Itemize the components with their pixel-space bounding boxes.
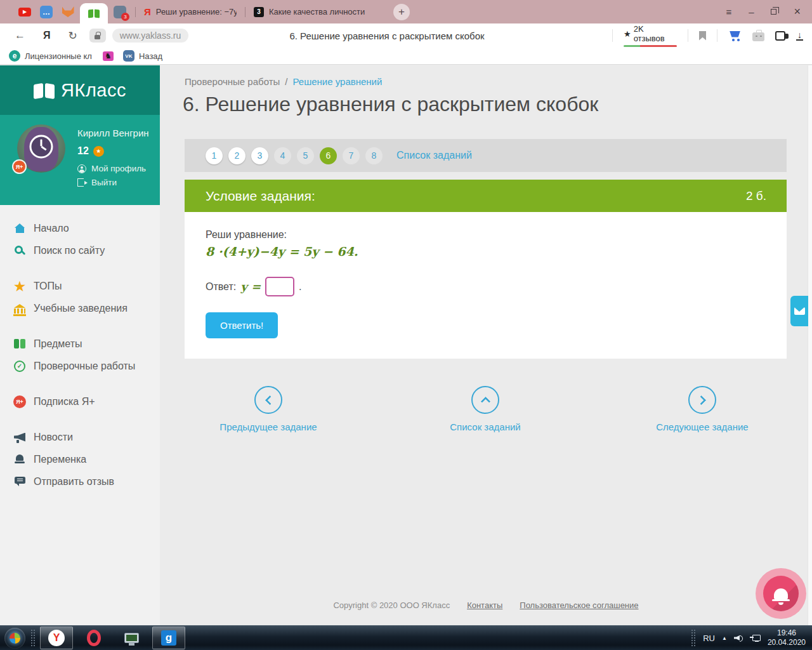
clock-icon: [30, 135, 53, 158]
site-security-button[interactable]: [89, 29, 106, 43]
task-number-1[interactable]: 1: [206, 147, 223, 164]
new-tab-button[interactable]: +: [393, 4, 410, 20]
bookmark-license[interactable]: е Лицензионные кл: [9, 50, 92, 62]
logout-label: Выйти: [91, 178, 117, 187]
sidebar-item-home[interactable]: Начало: [0, 217, 160, 239]
sidebar-item-subscription[interactable]: Подписка Я+: [0, 390, 160, 413]
avatar[interactable]: Я+: [17, 124, 65, 173]
tab-znania[interactable]: 3 Какие качества личности: [250, 0, 383, 23]
page-heading: 6. Решение уравнения с раскрытием скобок: [183, 93, 598, 116]
downloads-icon[interactable]: ↓: [796, 30, 803, 41]
task-number-4[interactable]: 4: [274, 147, 291, 164]
tab-title: Какие качества личности: [269, 7, 365, 17]
speaker-icon[interactable]: [734, 634, 743, 642]
start-button[interactable]: [4, 628, 25, 649]
profile-section: Я+ Кирилл Венгрин 12 ★ Мой профиль Выйти: [0, 115, 160, 205]
yaklass-logo[interactable]: ЯКласс: [0, 65, 160, 115]
cart-icon[interactable]: [728, 30, 742, 41]
next-task-label: Следующее задание: [656, 421, 748, 432]
maximize-button[interactable]: [771, 9, 776, 15]
address-bar[interactable]: www.yaklass.ru: [112, 29, 188, 43]
fox-icon: [62, 6, 74, 17]
sidebar-item-tops[interactable]: ★ТОПы: [0, 275, 160, 297]
task-list-button[interactable]: Список заданий: [377, 386, 594, 432]
next-task-button[interactable]: Следующее задание: [594, 386, 811, 432]
sidebar: ЯКласс Я+ Кирилл Венгрин 12 ★ Мой профил…: [0, 65, 160, 625]
sidebar-item-subjects[interactable]: Предметы: [0, 333, 160, 355]
minimize-button[interactable]: –: [749, 7, 754, 17]
star-icon: ★: [13, 279, 27, 293]
task-number-3[interactable]: 3: [251, 147, 268, 164]
pinned-tab-fox[interactable]: [60, 4, 76, 20]
task-number-2[interactable]: 2: [228, 147, 246, 164]
windows-taskbar: Y g RU ▲ 19:46 20.04.2020: [0, 625, 812, 650]
points-badge: 2 б.: [746, 189, 766, 203]
submit-answer-button[interactable]: Ответить!: [206, 312, 278, 338]
my-profile-link[interactable]: Мой профиль: [77, 164, 149, 173]
task-list-link[interactable]: Список заданий: [396, 150, 472, 161]
back-button[interactable]: ←: [9, 29, 31, 42]
scrollbar-track[interactable]: [808, 65, 812, 625]
feedback-envelope-tab[interactable]: [790, 296, 808, 326]
language-indicator[interactable]: RU: [703, 633, 715, 643]
yandex-home-button[interactable]: Я: [37, 30, 56, 41]
sidebar-item-break[interactable]: Переменка: [0, 448, 160, 470]
pinned-tab-yaklass-active[interactable]: [80, 3, 108, 23]
opera-icon: [87, 630, 101, 646]
refresh-button[interactable]: ↻: [63, 29, 83, 43]
collections-icon[interactable]: [775, 31, 785, 41]
sidebar-item-news[interactable]: Новости: [0, 426, 160, 448]
condition-title: Условие задания:: [206, 189, 315, 204]
answer-input[interactable]: [265, 277, 294, 296]
browser-tab-strip: ▶ … 3 Я Реши уравнение: −7у−22 3 Какие к…: [0, 0, 812, 23]
taskbar-yandex-browser[interactable]: Y: [40, 627, 73, 649]
bookmark-cat[interactable]: ♞: [103, 51, 114, 61]
divider: [612, 29, 613, 42]
chevron-up-icon[interactable]: [471, 386, 499, 414]
pinned-tab-notifications[interactable]: 3: [112, 4, 128, 20]
rating-label: 2K отзывов: [634, 24, 677, 43]
close-button[interactable]: ×: [794, 7, 801, 17]
sidebar-item-institutions[interactable]: Учебные заведения: [0, 297, 160, 319]
breadcrumb-current[interactable]: Решение уравнений: [292, 76, 382, 87]
contacts-link[interactable]: Контакты: [467, 600, 502, 610]
bookmark-label: Назад: [139, 51, 162, 61]
profile-level: 12: [77, 145, 89, 157]
protect-icon[interactable]: [752, 32, 764, 41]
network-icon[interactable]: [750, 633, 761, 642]
task-number-6-active[interactable]: 6: [320, 147, 337, 164]
task-number-7[interactable]: 7: [343, 147, 360, 164]
windows-logo-icon: [10, 633, 20, 644]
bookmark-vk-back[interactable]: VK Назад: [119, 50, 162, 62]
tab-yandex-search[interactable]: Я Реши уравнение: −7у−22: [140, 0, 240, 23]
taskbar-opera[interactable]: [77, 627, 110, 649]
agreement-link[interactable]: Пользовательское соглашение: [520, 600, 638, 610]
task-prompt: Реши уравнение:: [206, 229, 766, 241]
notification-badge: 3: [121, 13, 129, 21]
sidebar-menu: Начало Поиск по сайту ★ТОПы Учебные заве…: [0, 205, 160, 493]
breadcrumb-section[interactable]: Проверочные работы: [185, 76, 280, 87]
sidebar-item-tests[interactable]: Проверочные работы: [0, 355, 160, 377]
pinned-tab-messenger[interactable]: …: [38, 4, 55, 20]
notification-bell-widget[interactable]: [756, 568, 806, 619]
profile-name: Кирилл Венгрин: [77, 128, 149, 138]
tray-expand-arrow[interactable]: ▲: [722, 635, 727, 641]
pinned-tab-youtube[interactable]: ▶: [16, 4, 33, 20]
taskbar-monitor-app[interactable]: [115, 627, 148, 649]
sidebar-item-search[interactable]: Поиск по сайту: [0, 239, 160, 262]
books-icon: [13, 337, 27, 351]
taskbar-garrys-mod[interactable]: g: [152, 627, 185, 649]
site-rating-button[interactable]: ★2K отзывов: [624, 24, 677, 47]
sidebar-item-feedback[interactable]: Отправить отзыв: [0, 470, 160, 493]
chevron-right-icon[interactable]: [688, 386, 716, 414]
bell-icon: [774, 588, 788, 599]
task-number-5[interactable]: 5: [297, 147, 314, 164]
messenger-icon: …: [40, 6, 53, 18]
previous-task-button[interactable]: Предыдущее задание: [160, 386, 377, 432]
bookmark-flag-icon[interactable]: [699, 31, 706, 41]
taskbar-clock[interactable]: 19:46 20.04.2020: [768, 628, 806, 647]
browser-menu-button[interactable]: ≡: [726, 7, 731, 17]
chevron-left-icon[interactable]: [254, 386, 282, 414]
task-number-8[interactable]: 8: [365, 147, 383, 164]
logout-link[interactable]: Выйти: [77, 178, 149, 187]
